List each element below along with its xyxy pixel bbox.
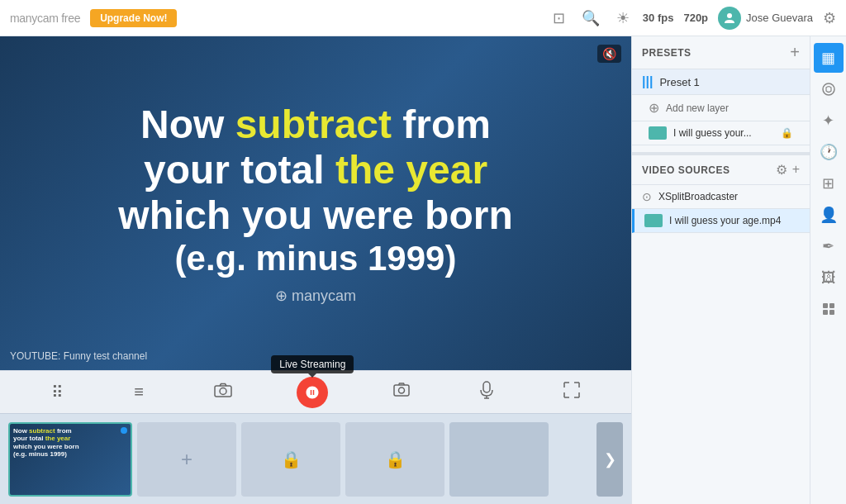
photo-icon[interactable] bbox=[388, 378, 415, 407]
video-line2: your total the year bbox=[118, 147, 512, 193]
chevron-right-icon: ❯ bbox=[604, 450, 616, 468]
video-player: 🔇 Now subtract from your total the year … bbox=[0, 36, 631, 370]
panel-main: PRESETS + ||| Preset 1 ⊕ Add new layer I… bbox=[632, 36, 810, 504]
add-icon: + bbox=[181, 448, 192, 471]
svg-point-0 bbox=[727, 13, 732, 18]
plan-badge: free bbox=[61, 12, 80, 25]
svg-rect-12 bbox=[829, 310, 834, 315]
add-layer-icon: ⊕ bbox=[649, 100, 659, 116]
fullscreen-icon[interactable] bbox=[558, 377, 585, 407]
sidebar-icon-grid[interactable]: ⊞ bbox=[814, 169, 844, 198]
preset-name: Preset 1 bbox=[659, 76, 800, 88]
add-preset-button[interactable]: + bbox=[790, 43, 800, 62]
video-line4: (e.g. minus 1999) bbox=[118, 239, 512, 278]
svg-rect-11 bbox=[823, 310, 828, 315]
camera-icon[interactable] bbox=[209, 378, 237, 407]
svg-rect-5 bbox=[483, 382, 490, 392]
sidebar-icon-effects[interactable]: ✦ bbox=[814, 106, 844, 136]
live-streaming-button[interactable]: Live Streaming bbox=[297, 377, 328, 408]
settings-icon[interactable]: ⚙ bbox=[823, 9, 836, 27]
zoom-icon[interactable]: 🔍 bbox=[578, 6, 603, 31]
video-line1: Now subtract from bbox=[118, 102, 512, 147]
right-panel: PRESETS + ||| Preset 1 ⊕ Add new layer I… bbox=[631, 36, 846, 504]
list-icon[interactable]: ≡ bbox=[129, 378, 149, 407]
video-content: Now subtract from your total the year wh… bbox=[102, 85, 529, 321]
fps-display: 30 fps bbox=[643, 12, 674, 24]
sidebar-icon-image[interactable]: 🖼 bbox=[814, 263, 844, 292]
preset-item[interactable]: ||| Preset 1 bbox=[632, 69, 810, 95]
video-line3: which you were born bbox=[118, 193, 512, 238]
user-name: Jose Guevara bbox=[746, 12, 813, 24]
sources-header: VIDEO SOURCES ⚙ + bbox=[632, 152, 810, 185]
drag-handle-icon[interactable]: ⠿ bbox=[46, 378, 69, 407]
layer-thumbnail bbox=[649, 126, 667, 140]
add-source-button[interactable]: + bbox=[792, 162, 800, 178]
source-name-xsplit: XSplitBroadcaster bbox=[658, 191, 800, 202]
sidebar-icon-apps[interactable] bbox=[814, 294, 844, 324]
right-sidebar: ▦ ✦ 🕐 ⊞ 👤 ✒ 🖼 bbox=[810, 36, 846, 504]
user-info: Jose Guevara bbox=[718, 7, 813, 30]
video-area: 🔇 Now subtract from your total the year … bbox=[0, 36, 631, 504]
sources-title: VIDEO SOURCES bbox=[642, 164, 776, 176]
broadcast-icon: ⊙ bbox=[642, 190, 652, 203]
svg-point-8 bbox=[823, 83, 834, 95]
source-item-xsplit[interactable]: ⊙ XSplitBroadcaster bbox=[632, 185, 810, 209]
mute-icon[interactable]: 🔇 bbox=[597, 45, 621, 63]
top-bar: manycam free Upgrade Now! ⊡ 🔍 ☀ 30 fps 7… bbox=[0, 0, 846, 36]
avatar bbox=[718, 7, 741, 30]
source-thumbnail bbox=[644, 214, 663, 227]
preset-bars-icon: ||| bbox=[642, 74, 653, 89]
lock-slot-1[interactable]: 🔒 bbox=[241, 422, 340, 497]
scroll-right-button[interactable]: ❯ bbox=[596, 422, 623, 497]
lock-icon-1: 🔒 bbox=[281, 449, 302, 469]
preview-text: Now subtract from your total the year wh… bbox=[10, 424, 131, 462]
sidebar-icon-presets[interactable]: ▦ bbox=[814, 43, 844, 73]
watermark: ⊕ manycam bbox=[118, 287, 512, 305]
mic-icon[interactable] bbox=[475, 376, 498, 408]
app-logo: manycam free bbox=[10, 12, 80, 25]
add-scene-slot[interactable]: + bbox=[137, 422, 236, 497]
upgrade-button[interactable]: Upgrade Now! bbox=[90, 9, 177, 27]
active-dot bbox=[121, 427, 127, 434]
crop-icon[interactable]: ⊡ bbox=[549, 6, 568, 31]
main-content: 🔇 Now subtract from your total the year … bbox=[0, 36, 846, 504]
youtube-label: YOUTUBE: Funny test channel bbox=[10, 350, 147, 362]
sidebar-icon-audio[interactable] bbox=[814, 74, 844, 104]
lock-slot-2[interactable]: 🔒 bbox=[345, 422, 444, 497]
layer-item[interactable]: I will guess your... 🔒 bbox=[632, 121, 810, 145]
sidebar-icon-wand[interactable]: ✒ bbox=[814, 231, 844, 261]
add-layer-button[interactable]: ⊕ Add new layer bbox=[632, 95, 810, 121]
svg-rect-9 bbox=[823, 303, 828, 308]
lock-slot-3[interactable] bbox=[449, 422, 549, 497]
source-item-video[interactable]: I will guess your age.mp4 bbox=[632, 209, 810, 233]
resolution-display: 720p bbox=[683, 12, 708, 24]
svg-point-2 bbox=[220, 388, 226, 395]
layer-lock-icon: 🔒 bbox=[781, 127, 793, 139]
preview-thumbnail[interactable]: Now subtract from your total the year wh… bbox=[8, 422, 132, 497]
sidebar-icon-clock[interactable]: 🕐 bbox=[814, 137, 844, 167]
layer-name: I will guess your... bbox=[673, 127, 774, 139]
toolbar: ⠿ ≡ Live Streaming bbox=[0, 370, 631, 413]
presets-title: PRESETS bbox=[642, 47, 790, 59]
presets-header: PRESETS + bbox=[632, 36, 810, 69]
sources-actions: ⚙ + bbox=[776, 162, 800, 178]
sources-settings-icon[interactable]: ⚙ bbox=[776, 162, 787, 178]
bottom-strip: Now subtract from your total the year wh… bbox=[0, 413, 631, 504]
sidebar-icon-person[interactable]: 👤 bbox=[814, 200, 844, 230]
svg-point-4 bbox=[399, 388, 405, 393]
source-name-video: I will guess your age.mp4 bbox=[669, 215, 800, 226]
brightness-icon[interactable]: ☀ bbox=[613, 6, 633, 31]
add-layer-label: Add new layer bbox=[666, 102, 729, 114]
svg-rect-3 bbox=[394, 385, 409, 396]
svg-rect-10 bbox=[829, 303, 834, 308]
logo-text: manycam bbox=[10, 12, 59, 25]
lock-icon-2: 🔒 bbox=[385, 449, 406, 469]
